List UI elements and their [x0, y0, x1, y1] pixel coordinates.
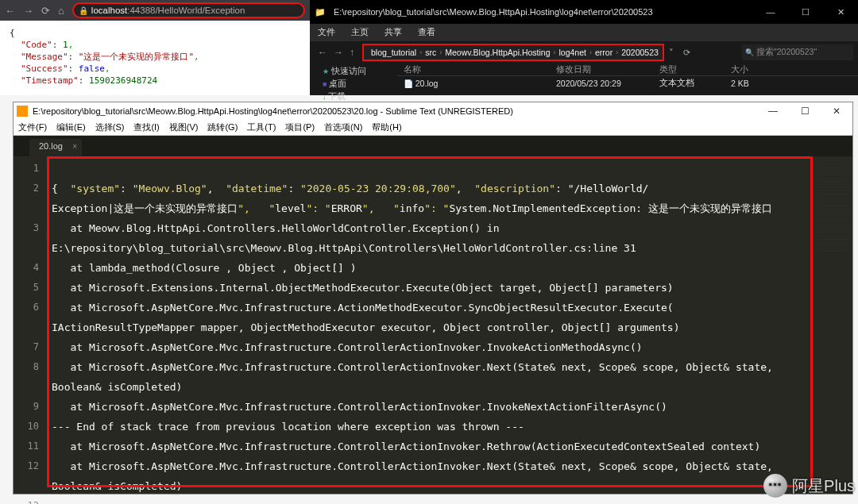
close-button[interactable]: ✕: [821, 106, 852, 117]
json-key-success: "Success": [21, 63, 68, 74]
reload-icon[interactable]: ⟳: [41, 5, 50, 17]
line-gutter: 12 3 456 78 9101112 131415 16: [14, 156, 45, 494]
json-key-message: "Message": [21, 52, 68, 62]
file-date: 2020/05/23 20:29: [556, 79, 659, 88]
response-body: { "Code": 1, "Message": "这是一个未实现的异常接口", …: [0, 21, 310, 95]
watermark-text: 阿星Plus: [792, 475, 855, 497]
code-line: at Microsoft.Extensions.Internal.ObjectM…: [52, 278, 852, 298]
code-line: E:\repository\blog_tutorial\src\Meowv.Bl…: [52, 238, 852, 258]
wechat-icon: [763, 474, 787, 498]
refresh-icon[interactable]: ⟳: [678, 48, 695, 58]
browser-toolbar: ← → ⟳ ⌂ 🔒 localhost :44388/HelloWorld/Ex…: [0, 0, 310, 21]
forward-icon[interactable]: →: [334, 47, 343, 58]
code-line: Exception|这是一个未实现的异常接口", "level": "ERROR…: [52, 198, 852, 218]
crumb-2[interactable]: Meowv.Blog.HttpApi.Hosting: [443, 48, 552, 57]
breadcrumb[interactable]: blog_tutorial› src› Meowv.Blog.HttpApi.H…: [362, 44, 664, 61]
explorer-menu: 文件 主页 共享 查看: [310, 24, 858, 41]
maximize-button[interactable]: ☐: [788, 0, 823, 24]
code-line: at Microsoft.AspNetCore.Mvc.Infrastructu…: [52, 456, 852, 476]
explorer-nav-icons: ← → ↑: [315, 47, 358, 58]
maximize-button[interactable]: ☐: [789, 106, 821, 117]
menu-file[interactable]: 文件(F): [14, 121, 52, 133]
menu-home[interactable]: 主页: [343, 27, 377, 38]
menu-help[interactable]: 帮助(H): [367, 121, 406, 133]
col-type[interactable]: 类型: [659, 64, 731, 75]
sublime-titlebar: E:\repository\blog_tutorial\src\Meowv.Bl…: [14, 102, 852, 120]
file-type: 文本文档: [659, 78, 731, 89]
menu-pref[interactable]: 首选项(N): [319, 121, 367, 133]
crumb-3[interactable]: log4net: [557, 48, 589, 57]
watermark: 阿星Plus: [763, 474, 855, 498]
editor: 12 3 456 78 9101112 131415 16 { "system"…: [14, 156, 852, 494]
code-line: at Microsoft.AspNetCore.Mvc.Infrastructu…: [52, 397, 852, 417]
crumb-4[interactable]: error: [593, 48, 615, 57]
search-input[interactable]: 搜索"20200523": [742, 44, 853, 60]
tab-label: 20.log: [39, 141, 63, 151]
menu-view[interactable]: 查看: [410, 27, 443, 38]
sublime-window: E:\repository\blog_tutorial\src\Meowv.Bl…: [13, 102, 853, 494]
code-line: at Microsoft.AspNetCore.Mvc.Infrastructu…: [52, 298, 852, 317]
home-icon[interactable]: ⌂: [58, 5, 64, 17]
col-date[interactable]: 修改日期: [556, 64, 659, 75]
code-line: at Microsoft.AspNetCore.Mvc.Infrastructu…: [52, 337, 852, 357]
folder-icon: 📁: [315, 7, 326, 17]
code-line: Boolean& isCompleted): [52, 476, 852, 496]
address-host: localhost: [91, 6, 127, 15]
tab-file[interactable]: 20.log ×: [29, 139, 82, 156]
menu-select[interactable]: 选择(S): [91, 121, 129, 133]
file-size: 2 KB: [731, 79, 779, 88]
code-line: { "system": "Meowv.Blog", "datetime": "2…: [52, 179, 852, 198]
explorer-titlebar: 📁 E:\repository\blog_tutorial\src\Meowv.…: [310, 0, 858, 24]
json-key-code: "Code": [21, 40, 52, 50]
sublime-menu: 文件(F) 编辑(E) 选择(S) 查找(I) 视图(V) 跳转(G) 工具(T…: [14, 120, 852, 136]
code-line: [52, 159, 852, 179]
explorer-address-row: ← → ↑ blog_tutorial› src› Meowv.Blog.Htt…: [310, 41, 858, 63]
code-line: IActionResultTypeMapper mapper, ObjectMe…: [52, 317, 852, 337]
menu-tools[interactable]: 工具(T): [242, 121, 280, 133]
up-icon[interactable]: ↑: [350, 47, 354, 58]
col-name[interactable]: 名称: [397, 64, 556, 75]
address-bar[interactable]: 🔒 localhost :44388/HelloWorld/Exception: [72, 2, 305, 18]
sidebar-item-quick[interactable]: 快速访问: [313, 65, 394, 78]
json-val-timestamp: 1590236948724: [89, 75, 157, 86]
json-val-message: "这是一个未实现的异常接口": [79, 52, 194, 62]
menu-file[interactable]: 文件: [310, 27, 343, 38]
col-size[interactable]: 大小: [731, 64, 779, 75]
minimize-button[interactable]: —: [753, 0, 788, 24]
address-path: :44388/HelloWorld/Exception: [127, 6, 245, 15]
menu-goto[interactable]: 跳转(G): [203, 121, 242, 133]
menu-find[interactable]: 查找(I): [129, 121, 164, 133]
column-headers: 名称 修改日期 类型 大小: [397, 63, 858, 76]
file-name: 20.log: [397, 79, 556, 88]
browser-window: ← → ⟳ ⌂ 🔒 localhost :44388/HelloWorld/Ex…: [0, 0, 310, 95]
crumb-1[interactable]: src: [423, 48, 439, 57]
code-line: at lambda_method(Closure , Object , Obje…: [52, 258, 852, 278]
forward-icon[interactable]: →: [23, 5, 33, 17]
code-line: at Microsoft.AspNetCore.Mvc.Infrastructu…: [52, 437, 852, 456]
close-icon[interactable]: ×: [72, 142, 77, 151]
menu-view[interactable]: 视图(V): [164, 121, 203, 133]
code-area[interactable]: { "system": "Meowv.Blog", "datetime": "2…: [45, 156, 852, 494]
explorer-title-text: E:\repository\blog_tutorial\src\Meowv.Bl…: [326, 7, 753, 17]
table-row[interactable]: 20.log 2020/05/23 20:29 文本文档 2 KB: [397, 76, 858, 90]
minimap[interactable]: [814, 158, 851, 253]
back-icon[interactable]: ←: [318, 47, 327, 58]
tab-bar: 20.log ×: [14, 136, 852, 156]
menu-edit[interactable]: 编辑(E): [52, 121, 91, 133]
menu-project[interactable]: 项目(P): [280, 121, 319, 133]
menu-share[interactable]: 共享: [377, 27, 410, 38]
json-val-success: false: [79, 63, 105, 74]
code-line: at Meowv.Blog.HttpApi.Controllers.HelloW…: [52, 218, 852, 238]
close-button[interactable]: ✕: [823, 0, 858, 24]
chevron-down-icon[interactable]: ˅: [664, 48, 678, 58]
crumb-0[interactable]: blog_tutorial: [369, 48, 419, 57]
lock-icon: 🔒: [79, 6, 88, 15]
json-key-timestamp: "Timestamp": [21, 75, 79, 86]
sidebar-item-desktop[interactable]: 桌面: [313, 78, 394, 90]
explorer-content: 名称 修改日期 类型 大小 20.log 2020/05/23 20:29 文本…: [397, 63, 858, 95]
code-line: at Microsoft.AspNetCore.Mvc.Infrastructu…: [52, 357, 852, 377]
crumb-5[interactable]: 20200523: [619, 48, 661, 57]
back-icon[interactable]: ←: [5, 5, 15, 17]
minimize-button[interactable]: —: [757, 106, 789, 117]
json-val-code: 1: [63, 40, 68, 50]
